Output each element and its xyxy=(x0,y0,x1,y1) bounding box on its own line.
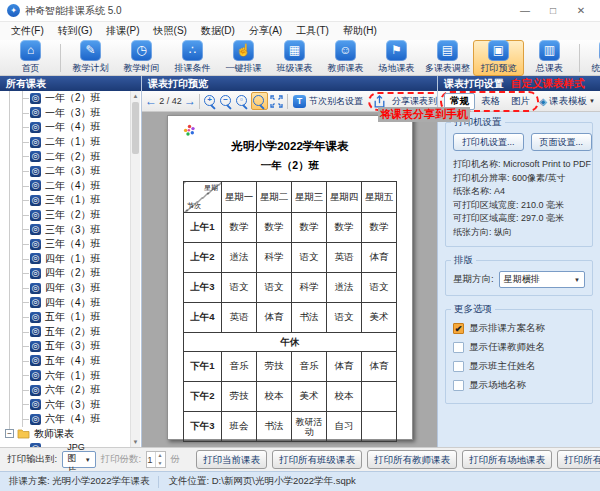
class-schedule-icon: ◎ xyxy=(30,210,41,221)
toolbar-print-preview[interactable]: ▣打印预览 xyxy=(473,40,524,76)
toolbar-venue-timetable[interactable]: ⚑场地课表 xyxy=(371,40,422,76)
menu-item[interactable]: 转到(G) xyxy=(51,23,99,39)
print-button[interactable]: 打印当前课表 xyxy=(196,450,267,469)
tree-item-class[interactable]: ◎五年（4）班 xyxy=(0,354,131,369)
tree-item-class[interactable]: ◎五年（3）班 xyxy=(0,339,131,354)
tree-item-class[interactable]: ◎六年（2）班 xyxy=(0,383,131,398)
week-direction-label: 星期方向: xyxy=(453,273,494,286)
tree-scrollbar[interactable]: ▲ ▼ xyxy=(130,91,140,447)
tree-item-class[interactable]: ◎五年（2）班 xyxy=(0,325,131,340)
checkbox-checked-icon[interactable]: ✔ xyxy=(453,323,464,334)
timetable-cell: 书法 xyxy=(257,412,292,442)
toolbar-scheduling-conditions[interactable]: ∴排课条件 xyxy=(167,40,218,76)
print-button[interactable]: 打印所有场地课表 xyxy=(462,450,552,469)
toolbar-one-click-schedule[interactable]: ☝一键排课 xyxy=(218,40,269,76)
menu-item[interactable]: 工具(T) xyxy=(289,23,336,39)
menu-item[interactable]: 排课(P) xyxy=(99,23,146,39)
print-button[interactable]: 打印所有教师课表 xyxy=(367,450,457,469)
zoom-out-icon[interactable]: − xyxy=(219,93,234,109)
tree-item-class[interactable]: ◎二年（4）班 xyxy=(0,179,131,194)
checkbox-row[interactable]: ✔显示班主任姓名 xyxy=(453,358,585,374)
scroll-up-icon[interactable]: ▲ xyxy=(131,91,140,101)
tree-item-class[interactable]: ◎二年（2）班 xyxy=(0,149,131,164)
output-format-select[interactable]: JPG 图片 ▼ xyxy=(62,451,95,468)
checkbox-icon[interactable]: ✔ xyxy=(453,380,464,391)
timetable-row: 下午1音乐劳技音乐体育体育 xyxy=(184,352,397,382)
toolbar-class-timetable[interactable]: ▦班级课表 xyxy=(269,40,320,76)
tree-item-class[interactable]: ◎三年（1）班 xyxy=(0,193,131,208)
tree-item-class[interactable]: ◎四年（2）班 xyxy=(0,266,131,281)
stepper-arrows-icon[interactable]: ▲▼ xyxy=(155,452,165,467)
class-schedule-icon: ◎ xyxy=(30,297,41,308)
period-alias-label: 节次别名设置 xyxy=(309,95,363,108)
zoom-in-icon[interactable]: + xyxy=(203,93,218,109)
toolbar-master-timetable[interactable]: ▥总课表 xyxy=(524,40,575,76)
zoom-fit-page-icon[interactable] xyxy=(251,92,268,110)
toolbar-statistics[interactable]: ▂▅█统计分析 xyxy=(584,40,600,76)
menu-item[interactable]: 数据(D) xyxy=(194,23,242,39)
toolbar-teacher-timetable[interactable]: ☺教师课表 xyxy=(320,40,371,76)
tree-item-teacher-folder[interactable]: −教师课表 xyxy=(0,427,131,442)
tab-图片[interactable]: 图片 xyxy=(506,94,535,109)
tree-item-label: 一年（2）班 xyxy=(45,91,101,105)
zoom-fit-width-icon[interactable]: ▫ xyxy=(235,93,250,109)
class-timetable-icon: ▦ xyxy=(284,40,305,61)
toolbar-teaching-time[interactable]: ◷教学时间 xyxy=(116,40,167,76)
settings-button[interactable]: 页面设置... xyxy=(531,133,593,151)
toolbar-multi-timetable-adjust[interactable]: ▤多课表调整 xyxy=(422,40,473,76)
checkbox-icon[interactable]: ✔ xyxy=(453,361,464,372)
checkbox-row[interactable]: ✔显示排课方案名称 xyxy=(453,320,585,336)
tree-item-class[interactable]: ◎一年（2）班 xyxy=(0,91,131,106)
checkbox-icon[interactable]: ✔ xyxy=(453,342,464,353)
tree-item-class[interactable]: ◎三年（3）班 xyxy=(0,222,131,237)
tree-item-class[interactable]: ◎六年（4）班 xyxy=(0,412,131,427)
tree-item-class[interactable]: ◎二年（3）班 xyxy=(0,164,131,179)
menu-item[interactable]: 帮助(H) xyxy=(336,23,384,39)
timetable-day-header: 星期三 xyxy=(292,182,327,213)
tab-表格[interactable]: 表格 xyxy=(476,94,505,109)
checkbox-row[interactable]: ✔显示任课教师姓名 xyxy=(453,339,585,355)
tree-item-label: 六年（2）班 xyxy=(45,383,101,397)
tree-item-class[interactable]: ◎六年（3）班 xyxy=(0,397,131,412)
tree-item-class[interactable]: ◎二年（1）班 xyxy=(0,135,131,150)
tree-item-class[interactable]: ◎三年（2）班 xyxy=(0,208,131,223)
template-dropdown-button[interactable]: ◈ 课表模板 ▼ xyxy=(539,95,598,108)
toolbar-home[interactable]: ⌂首页 xyxy=(5,40,56,76)
tree-item-class[interactable]: ◎四年（4）班 xyxy=(0,295,131,310)
scrollbar-thumb[interactable] xyxy=(132,102,139,154)
next-page-button[interactable]: → xyxy=(184,94,196,108)
prev-page-button[interactable]: ← xyxy=(145,94,157,108)
tree-item-class[interactable]: ◎三年（4）班 xyxy=(0,237,131,252)
tree-item-label: 五年（4）班 xyxy=(45,354,101,368)
checkbox-row[interactable]: ✔显示场地名称 xyxy=(453,377,585,393)
tree-item-class[interactable]: ◎五年（1）班 xyxy=(0,310,131,325)
timetable-cell: 劳技 xyxy=(222,382,257,412)
tree-item-class[interactable]: ◎一年（3）班 xyxy=(0,106,131,121)
tree-item-class[interactable]: ◎四年（1）班 xyxy=(0,252,131,267)
class-schedule-icon: ◎ xyxy=(30,341,41,352)
toolbar-teaching-plan[interactable]: ✎教学计划 xyxy=(65,40,116,76)
tree-item-class[interactable]: ◎四年（3）班 xyxy=(0,281,131,296)
tree-collapse-icon[interactable]: − xyxy=(5,429,14,438)
scroll-down-icon[interactable]: ▼ xyxy=(131,437,140,447)
settings-button[interactable]: 打印机设置... xyxy=(453,133,524,151)
menu-item[interactable]: 文件(F) xyxy=(4,23,51,39)
maximize-button[interactable]: □ xyxy=(547,5,559,16)
period-alias-button[interactable]: T 节次别名设置 xyxy=(291,95,365,108)
title-bar: ✦ 神奇智能排课系统 5.0 — □ ✕ xyxy=(0,0,600,22)
class-schedule-icon: ◎ xyxy=(30,195,41,206)
tree-item-class[interactable]: ◎六年（1）班 xyxy=(0,368,131,383)
menu-item[interactable]: 快照(S) xyxy=(147,23,194,39)
print-button[interactable]: 打印所有班级课表 xyxy=(272,450,362,469)
subject-label: 美术 xyxy=(363,311,395,324)
subject-label: 班会 xyxy=(223,420,255,433)
fullscreen-icon[interactable] xyxy=(269,93,284,109)
copies-stepper[interactable]: 1 ▲▼ xyxy=(146,451,165,468)
print-button[interactable]: 打印所有课表 xyxy=(557,450,600,469)
menu-item[interactable]: 分享(A) xyxy=(242,23,289,39)
timetable-row: 上午1数学数学数学数学数学 xyxy=(184,213,397,243)
week-direction-select[interactable]: 星期横排 ▼ xyxy=(499,271,585,288)
tree-item-class[interactable]: ◎一年（4）班 xyxy=(0,120,131,135)
minimize-button[interactable]: — xyxy=(519,5,531,16)
close-button[interactable]: ✕ xyxy=(575,5,587,16)
